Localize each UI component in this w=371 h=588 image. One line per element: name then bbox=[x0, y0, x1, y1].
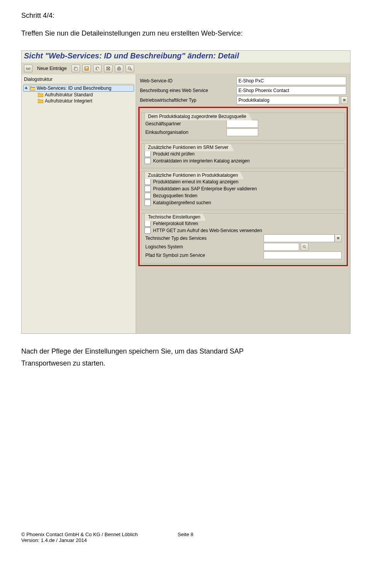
group-technical: Technische Einstellungen Fehlerprotokoll… bbox=[141, 213, 345, 263]
highlighted-settings-area: Dem Produktkatalog zugeordnete Bezugsque… bbox=[138, 107, 348, 266]
tree-item-root[interactable]: Web-Services: ID und Beschreibung bbox=[23, 85, 134, 92]
tree-item-label: Aufrufstruktur Integriert bbox=[45, 98, 92, 104]
group-source: Dem Produktkatalog zugeordnete Bezugsque… bbox=[141, 113, 345, 140]
svg-rect-15 bbox=[337, 238, 339, 239]
checkbox-label: Fehlerprotokoll führen bbox=[153, 221, 198, 226]
svg-point-1 bbox=[28, 68, 30, 70]
tree-item-label: Web-Services: ID und Beschreibung bbox=[37, 85, 111, 91]
group-title: Dem Produktkatalog zugeordnete Bezugsque… bbox=[145, 113, 252, 120]
sap-toolbar: Neue Einträge bbox=[22, 63, 350, 74]
field-label-tech-type: Technischer Typ des Services bbox=[145, 236, 261, 241]
field-input-einkorg[interactable] bbox=[226, 128, 258, 136]
outro-text: Nach der Pflege der Einstellungen speich… bbox=[21, 345, 350, 369]
checkbox[interactable] bbox=[145, 227, 151, 234]
svg-rect-12 bbox=[343, 99, 345, 100]
outro-line1: Nach der Pflege der Einstellungen speich… bbox=[21, 347, 243, 355]
search-help-icon[interactable] bbox=[301, 243, 308, 251]
field-label-einkorg: Einkaufsorganisation bbox=[145, 130, 226, 135]
toolbar-new-entries[interactable]: Neue Einträge bbox=[35, 66, 69, 71]
sap-gui-window: Sicht "Web-Services: ID und Beschreibung… bbox=[21, 50, 351, 334]
checkbox[interactable] bbox=[145, 186, 151, 192]
footer-page-number: Seite 8 bbox=[178, 532, 193, 537]
sap-title: Sicht "Web-Services: ID und Beschreibung… bbox=[22, 51, 350, 63]
toolbar-btn-find-icon[interactable] bbox=[126, 65, 134, 72]
field-label-webservice-id: Web-Service-ID bbox=[138, 78, 237, 84]
svg-rect-3 bbox=[75, 68, 77, 70]
field-label-logsys: Logisches System bbox=[145, 244, 261, 250]
step-heading: Schritt 4/4: bbox=[21, 12, 350, 20]
checkbox[interactable] bbox=[145, 220, 151, 227]
svg-point-16 bbox=[303, 245, 305, 248]
toolbar-btn-delete-icon[interactable] bbox=[104, 65, 112, 72]
field-label-partner: Geschäftspartner bbox=[145, 121, 226, 126]
field-input-iconpath[interactable] bbox=[264, 251, 342, 259]
field-input-tech-type[interactable] bbox=[264, 234, 335, 242]
field-label-description: Beschreibung eines Web Service bbox=[138, 88, 237, 93]
group-title: Zusätzliche Funktionen in Produktkatalog… bbox=[145, 171, 244, 179]
toolbar-btn-glasses-icon[interactable] bbox=[24, 65, 32, 72]
page-footer: © Phoenix Contact GmbH & Co KG / Bennet … bbox=[0, 532, 371, 555]
group-title: Technische Einstellungen bbox=[145, 213, 206, 221]
svg-rect-13 bbox=[343, 100, 345, 101]
checkbox[interactable] bbox=[145, 179, 151, 185]
checkbox-label: Produktdaten erneut im Katalog anzeigen bbox=[153, 179, 238, 185]
checkbox-label: Kontraktdaten im integrierten Katalog an… bbox=[153, 158, 250, 164]
footer-copyright: © Phoenix Contact GmbH & Co KG / Bennet … bbox=[21, 532, 138, 537]
folder-icon bbox=[38, 92, 43, 97]
field-label-iconpath: Pfad für Symbol zum Service bbox=[145, 253, 261, 258]
tree-item-child-1[interactable]: Aufrufstruktur Standard bbox=[23, 92, 134, 98]
group-catalog: Zusätzliche Funktionen in Produktkatalog… bbox=[141, 171, 345, 210]
folder-open-icon bbox=[30, 86, 35, 91]
folder-icon bbox=[38, 99, 43, 103]
detail-panel: Web-Service-ID E-Shop PxC Beschreibung e… bbox=[136, 74, 350, 333]
intro-text: Treffen Sie nun die Detaileinstellungen … bbox=[21, 28, 350, 39]
dropdown-icon[interactable] bbox=[335, 234, 342, 242]
field-input-logsys[interactable] bbox=[264, 243, 299, 251]
field-input-partner[interactable] bbox=[226, 120, 258, 128]
field-value-description[interactable]: E-Shop Phoenix Contact bbox=[237, 86, 346, 95]
svg-rect-5 bbox=[85, 67, 88, 68]
dropdown-icon[interactable] bbox=[341, 96, 348, 104]
svg-rect-14 bbox=[337, 237, 339, 238]
toolbar-btn-undo-icon[interactable] bbox=[93, 65, 102, 72]
footer-version: Version: 1.4.de / Januar 2014 bbox=[21, 537, 87, 543]
group-title: Zusätzliche Funktionen im SRM Server bbox=[145, 144, 234, 151]
checkbox[interactable] bbox=[145, 158, 151, 164]
tree-header: Dialogstruktur bbox=[23, 76, 134, 84]
tree-item-label: Aufrufstruktur Standard bbox=[45, 92, 93, 97]
outro-line2: Transportwesen zu starten. bbox=[21, 359, 105, 367]
checkbox-label: Produktdaten aus SAP Enterprise Buyer va… bbox=[153, 186, 257, 191]
toolbar-btn-save-icon[interactable] bbox=[82, 65, 91, 72]
field-value-webservice-id[interactable]: E-Shop PxC bbox=[237, 77, 346, 85]
group-srm: Zusätzliche Funktionen im SRM Server Pro… bbox=[141, 144, 345, 168]
svg-rect-10 bbox=[128, 67, 130, 69]
field-label-type: Betriebswirtschaftlicher Typ bbox=[138, 97, 237, 103]
svg-rect-8 bbox=[118, 67, 120, 68]
expander-icon[interactable] bbox=[24, 86, 28, 90]
checkbox-label: Produkt nicht prüfen bbox=[153, 151, 194, 157]
field-value-type[interactable]: Produktkatalog bbox=[237, 96, 339, 104]
checkbox-label: HTTP GET zum Aufruf des Web-Services ver… bbox=[153, 228, 262, 233]
tree-item-child-2[interactable]: Aufrufstruktur Integriert bbox=[23, 98, 134, 104]
svg-rect-9 bbox=[118, 69, 120, 70]
checkbox[interactable] bbox=[145, 151, 151, 157]
checkbox[interactable] bbox=[145, 200, 151, 206]
tree-panel: Dialogstruktur Web-Services: ID und Besc… bbox=[22, 74, 136, 333]
svg-point-0 bbox=[26, 68, 28, 70]
toolbar-btn-copy-icon[interactable] bbox=[71, 65, 80, 72]
checkbox-label: Bezugsquellen finden bbox=[153, 193, 197, 198]
checkbox-label: Katalogübergreifend suchen bbox=[153, 200, 211, 205]
checkbox[interactable] bbox=[145, 193, 151, 199]
toolbar-btn-print-icon[interactable] bbox=[115, 65, 123, 72]
